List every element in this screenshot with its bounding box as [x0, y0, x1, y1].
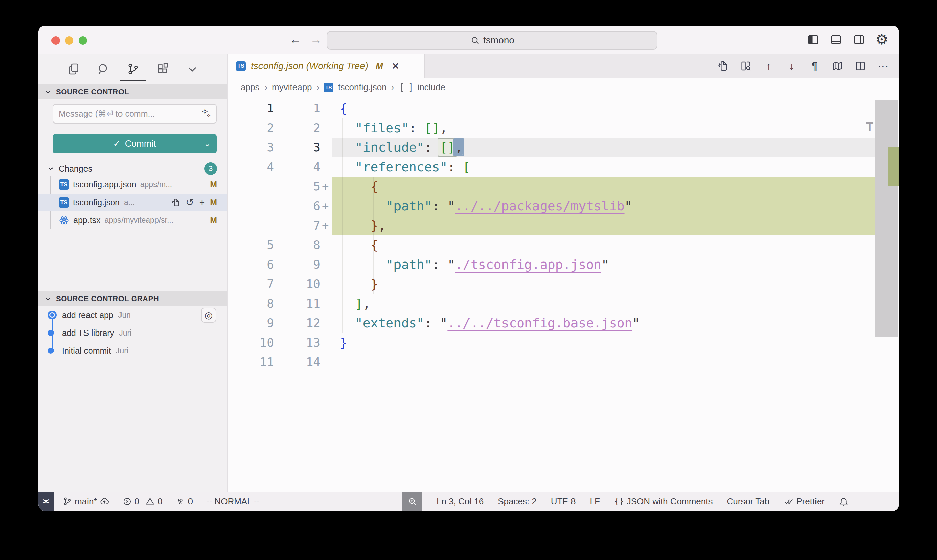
code-token: "path" [386, 257, 432, 272]
breadcrumb-item-include[interactable]: include [417, 82, 445, 92]
commit-button[interactable]: ✓ Commit ⌄ [52, 134, 217, 154]
source-control-icon[interactable] [126, 62, 140, 76]
new-line-number: 6 [274, 196, 320, 216]
titlebar: ← → tsmono ⚙ [38, 26, 899, 54]
language-mode-status[interactable]: {} JSON with Comments [614, 496, 713, 507]
prettier-status[interactable]: Prettier [783, 496, 825, 507]
code-line: 811 ], [228, 294, 899, 313]
code-line: 1114 [228, 352, 899, 372]
ports-status[interactable]: 0 [176, 496, 192, 507]
new-line-number: 11 [274, 294, 320, 313]
remote-indicator[interactable]: >< [38, 492, 54, 511]
changed-file-row[interactable]: app.tsxapps/myviteapp/sr...M [38, 211, 227, 229]
minimize-window-button[interactable] [65, 36, 73, 45]
toggle-panel-icon[interactable] [829, 33, 842, 46]
split-editor-icon[interactable] [854, 60, 866, 72]
branch-status[interactable]: main* [63, 496, 109, 507]
previous-change-icon[interactable]: ↑ [763, 60, 774, 72]
code-token [340, 160, 355, 174]
close-window-button[interactable] [51, 36, 60, 45]
settings-gear-icon[interactable]: ⚙ [875, 33, 888, 46]
error-icon [123, 497, 132, 506]
code-token: [ [463, 160, 471, 174]
warning-count: 0 [157, 496, 162, 507]
path-link[interactable]: ./tsconfig.app.json [455, 257, 602, 272]
code-line: 7+ }, [228, 216, 899, 235]
code-token: { [340, 101, 347, 116]
discard-changes-icon[interactable]: ↺ [186, 197, 194, 208]
code-token [340, 316, 355, 331]
path-link[interactable]: ../../packages/mytslib [455, 198, 624, 213]
stage-changes-icon[interactable]: + [199, 197, 205, 208]
cursor-tab-status[interactable]: Cursor Tab [727, 496, 770, 507]
code-text: "references": [ [340, 157, 471, 177]
code-line: 5+ { [228, 177, 899, 196]
tab-bar: TS tsconfig.json (Working Tree) M ✕ ↑ [228, 54, 899, 78]
commit-row[interactable]: add react appJuri◎ [38, 306, 227, 324]
inline-view-icon[interactable] [740, 60, 752, 72]
code-text: { [340, 98, 347, 118]
commit-dropdown-chevron-icon[interactable]: ⌄ [204, 139, 211, 148]
commit-message-input[interactable]: Message (⌘⏎ to comm... ✧✧ [52, 104, 217, 123]
commit-button-divider [195, 137, 195, 150]
render-whitespace-icon[interactable]: ¶ [809, 60, 820, 72]
minimap-border [864, 78, 864, 492]
path-link[interactable]: ../../tsconfig.base.json [447, 316, 632, 331]
status-left: main* 0 0 0 -- NORMAL -- [63, 496, 260, 507]
zoom-indicator[interactable] [402, 492, 422, 511]
notifications-bell-icon[interactable] [839, 496, 849, 506]
editor-group: TS tsconfig.json (Working Tree) M ✕ ↑ [228, 54, 899, 492]
changed-file-row[interactable]: TStsconfig.jsona...↺+M [38, 194, 227, 211]
toggle-primary-sidebar-icon[interactable] [807, 33, 820, 46]
back-icon[interactable]: ← [289, 32, 302, 47]
open-file-icon[interactable] [717, 60, 729, 72]
commit-row[interactable]: add TS libraryJuri [38, 324, 227, 342]
code-text: "path": "./tsconfig.app.json" [340, 255, 609, 274]
indentation-status[interactable]: Spaces: 2 [498, 496, 537, 507]
changes-section-header[interactable]: Changes 3 [38, 162, 227, 176]
tab-close-icon[interactable]: ✕ [392, 61, 400, 72]
problems-status[interactable]: 0 0 [123, 496, 162, 507]
changed-file-row[interactable]: TStsconfig.app.jsonapps/m...M [38, 176, 227, 194]
breadcrumb-item-myviteapp[interactable]: myviteapp [272, 82, 312, 92]
typescript-file-icon: TS [58, 197, 69, 208]
explorer-icon[interactable] [67, 62, 81, 76]
forward-icon[interactable]: → [310, 32, 322, 47]
minimap-icon[interactable] [832, 60, 843, 72]
code-line: 1013} [228, 333, 899, 352]
tab-tsconfig-working-tree[interactable]: TS tsconfig.json (Working Tree) M ✕ [228, 54, 425, 78]
changes-count-badge: 3 [204, 162, 217, 175]
tab-title: tsconfig.json (Working Tree) [251, 61, 368, 71]
encoding-status[interactable]: UTF-8 [551, 496, 576, 507]
source-control-graph-header[interactable]: SOURCE CONTROL GRAPH [38, 291, 227, 306]
broadcast-icon [176, 497, 185, 506]
toggle-secondary-sidebar-icon[interactable] [852, 33, 865, 46]
source-control-section-header[interactable]: SOURCE CONTROL [38, 84, 227, 99]
diff-added-highlight [332, 177, 875, 196]
code-token [340, 238, 371, 252]
eol-status[interactable]: LF [590, 496, 600, 507]
commit-row[interactable]: Initial commitJuri [38, 342, 227, 360]
braces-icon: {} [614, 497, 624, 506]
vertical-scrollbar[interactable] [875, 100, 898, 337]
more-actions-icon[interactable]: ⋯ [877, 60, 889, 72]
more-views-chevron-icon[interactable] [185, 62, 199, 76]
search-view-icon[interactable] [96, 62, 111, 76]
zoom-window-button[interactable] [79, 36, 87, 45]
code-token: , [363, 296, 371, 311]
cursor-position-status[interactable]: Ln 3, Col 16 [437, 496, 484, 507]
open-file-icon[interactable] [171, 198, 180, 207]
vim-mode-indicator[interactable]: -- NORMAL -- [206, 496, 260, 507]
new-line-number: 12 [274, 313, 320, 333]
extensions-icon[interactable] [155, 62, 170, 76]
command-center-search[interactable]: tsmono [327, 31, 657, 50]
code-area[interactable]: 11{22 "files": [],33 "include": [],44 "r… [228, 96, 899, 492]
breadcrumb-item-tsconfig.json[interactable]: tsconfig.json [338, 82, 387, 92]
changes-list: TStsconfig.app.jsonapps/m...MTStsconfig.… [38, 176, 227, 229]
file-name: tsconfig.app.json [73, 180, 136, 189]
code-token: : [432, 257, 448, 272]
next-change-icon[interactable]: ↓ [786, 60, 797, 72]
generate-commit-message-icon[interactable]: ✧✧ [201, 108, 211, 119]
breadcrumb-item-apps[interactable]: apps [241, 82, 260, 92]
goto-current-history-item-icon[interactable]: ◎ [201, 308, 216, 323]
